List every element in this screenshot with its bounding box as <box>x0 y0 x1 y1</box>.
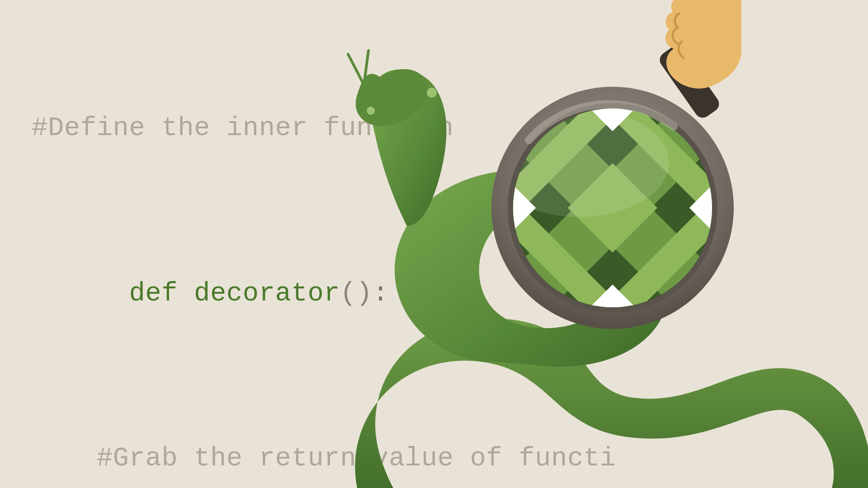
code-parens: () <box>340 278 373 309</box>
code-indent <box>32 443 97 474</box>
magnifier-handle <box>656 43 722 121</box>
code-keyword-def: def <box>129 278 178 309</box>
svg-rect-9 <box>689 173 760 243</box>
code-comment-line1: #Define the inner function <box>32 113 454 143</box>
code-comment-line3: #Grab the return value of functi <box>97 443 616 474</box>
code-function-name: decorator <box>178 278 340 309</box>
code-colon: : <box>373 278 389 309</box>
code-block: #Define the inner function def decorator… <box>32 25 665 488</box>
hand-icon <box>665 0 741 89</box>
